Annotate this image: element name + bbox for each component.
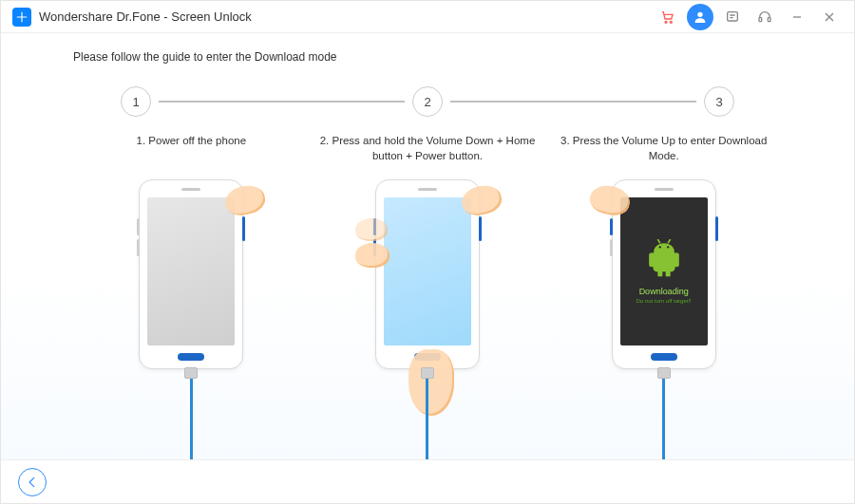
app-window: Wondershare Dr.Fone - Screen Unlock Plea… <box>0 0 855 504</box>
user-icon[interactable] <box>687 4 713 30</box>
svg-rect-5 <box>768 17 770 21</box>
step-line <box>450 101 696 103</box>
step-label: 2. Press and hold the Volume Down + Home… <box>310 134 546 164</box>
phone-illustration-2 <box>366 179 489 459</box>
minimize-button[interactable] <box>784 4 810 30</box>
svg-rect-3 <box>728 11 738 20</box>
step-columns: 1. Power off the phone <box>73 134 782 459</box>
phone-device <box>375 179 480 369</box>
svg-rect-4 <box>759 17 762 21</box>
back-button[interactable] <box>18 468 47 496</box>
phone-device <box>139 179 243 369</box>
titlebar: Wondershare Dr.Fone - Screen Unlock <box>1 1 854 33</box>
phone-illustration-3: Downloading Do not turn off target!! <box>602 179 726 459</box>
step-circle-3: 3 <box>704 86 734 117</box>
finger-icon <box>355 243 390 268</box>
page-instruction: Please follow the guide to enter the Dow… <box>73 50 820 64</box>
close-button[interactable] <box>816 4 843 30</box>
app-title: Wondershare Dr.Fone - Screen Unlock <box>39 9 252 24</box>
footer <box>1 459 854 503</box>
home-button-graphic <box>178 353 204 361</box>
finger-icon <box>355 218 388 241</box>
step-label: 1. Power off the phone <box>127 134 256 164</box>
svg-point-6 <box>658 246 660 248</box>
svg-point-2 <box>697 11 702 16</box>
phone-device: Downloading Do not turn off target!! <box>612 179 716 369</box>
headset-icon[interactable] <box>751 4 778 30</box>
cart-icon[interactable] <box>655 4 681 30</box>
download-title: Downloading <box>639 287 689 296</box>
svg-point-7 <box>667 246 669 248</box>
phone-screen-download: Downloading Do not turn off target!! <box>620 197 708 345</box>
home-button-graphic <box>651 353 677 361</box>
content-area: Please follow the guide to enter the Dow… <box>1 33 854 459</box>
stepper: 1 2 3 <box>121 86 734 117</box>
step-circle-1: 1 <box>121 86 151 117</box>
step-circle-2: 2 <box>412 86 443 117</box>
phone-screen-on <box>384 197 471 345</box>
step-label: 3. Press the Volume Up to enter Download… <box>545 134 782 164</box>
feedback-icon[interactable] <box>719 4 746 30</box>
svg-point-0 <box>665 21 667 23</box>
app-logo <box>12 8 31 27</box>
step-column-3: 3. Press the Volume Up to enter Download… <box>545 134 782 459</box>
download-subtitle: Do not turn off target!! <box>636 298 692 304</box>
android-icon <box>645 239 683 281</box>
usb-cable <box>421 367 434 459</box>
usb-cable <box>184 367 198 459</box>
usb-cable <box>657 367 671 459</box>
svg-point-1 <box>670 21 672 23</box>
phone-screen-off <box>147 197 235 345</box>
step-line <box>159 101 405 103</box>
phone-illustration-1 <box>129 179 253 459</box>
step-column-1: 1. Power off the phone <box>73 134 310 459</box>
step-column-2: 2. Press and hold the Volume Down + Home… <box>310 134 546 459</box>
